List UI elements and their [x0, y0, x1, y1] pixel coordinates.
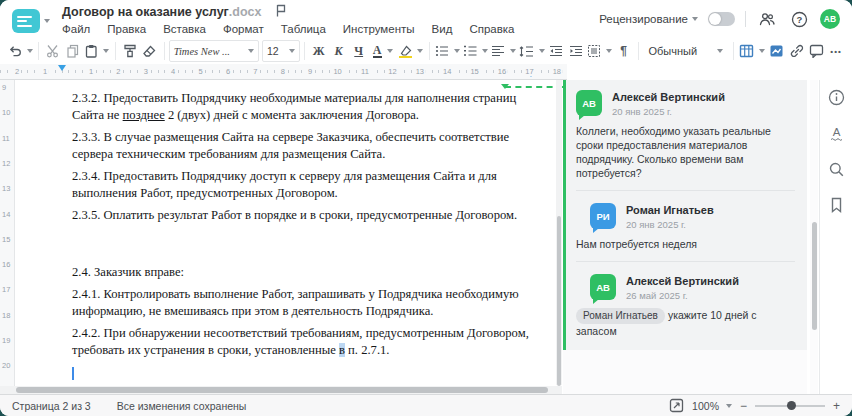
font-color-button[interactable]: А: [369, 40, 397, 62]
comment-avatar: АВ: [590, 274, 616, 300]
comment-reply-2[interactable]: АВ Алексей Вертинский 26 май 2025 г.: [576, 274, 795, 301]
font-name-select[interactable]: Times New ...: [169, 40, 259, 62]
collaboration-icon[interactable]: [756, 8, 778, 30]
paragraph-2-3-3[interactable]: 2.3.3. В случае размещения Сайта на серв…: [72, 129, 534, 163]
insert-link-button[interactable]: [786, 40, 806, 62]
comment-avatar: АВ: [576, 90, 602, 116]
show-paragraph-marks-button[interactable]: ¶: [614, 40, 634, 62]
paragraph-2-4[interactable]: 2.4. Заказчик вправе:: [72, 264, 534, 281]
ruler-label: 16: [2, 260, 10, 269]
more-tools-button[interactable]: •••: [826, 40, 846, 62]
chevron-down-icon: [27, 49, 33, 53]
comment-author: Роман Игнатьев: [626, 204, 714, 217]
review-toggle[interactable]: [708, 12, 735, 26]
menu-help[interactable]: Справка: [469, 23, 514, 35]
menu-edit[interactable]: Правка: [107, 23, 146, 35]
paragraph-2-4-2[interactable]: 2.4.2. При обнаружении несоответствий тр…: [72, 325, 534, 359]
chevron-down-icon: [482, 49, 488, 53]
page-indicator[interactable]: Страница 2 из 3: [12, 400, 91, 412]
user-avatar[interactable]: АВ: [820, 9, 840, 29]
help-icon[interactable]: ?: [788, 8, 810, 30]
menu-tools[interactable]: Инструменты: [343, 23, 415, 35]
paragraph-style-select[interactable]: Обычный: [642, 41, 729, 61]
paragraph-2-3-4[interactable]: 2.3.4. Предоставить Подрядчику доступ к …: [72, 168, 534, 202]
comment-1[interactable]: АВ Алексей Вертинский 20 янв 2025 г.: [576, 90, 795, 117]
bookmark-icon[interactable]: [825, 194, 847, 216]
menu-format[interactable]: Формат: [223, 23, 264, 35]
highlight-color-button[interactable]: [397, 40, 425, 62]
italic-button[interactable]: К: [329, 40, 349, 62]
numbered-list-button[interactable]: [462, 40, 490, 62]
spellcheck-icon[interactable]: A: [825, 122, 847, 144]
copy-button[interactable]: [63, 40, 83, 62]
font-size-select[interactable]: 12: [262, 40, 300, 62]
menu-insert[interactable]: Вставка: [163, 23, 206, 35]
zoom-out-button[interactable]: −: [740, 401, 747, 411]
menu-view[interactable]: Вид: [432, 23, 453, 35]
right-sidebar: A: [819, 80, 852, 394]
review-mode-dropdown[interactable]: Рецензирование: [599, 13, 698, 25]
ruler-label: 18: [2, 311, 10, 320]
info-icon[interactable]: [825, 86, 847, 108]
ruler-horizontal[interactable]: 21123456789101112131415161718: [0, 64, 567, 80]
paragraph-2-3-5[interactable]: 2.3.5. Оплатить результат Работ в порядк…: [72, 207, 534, 224]
increase-indent-button[interactable]: [566, 40, 586, 62]
svg-text:A: A: [832, 126, 840, 138]
menu-table[interactable]: Таблица: [281, 23, 326, 35]
comment-button[interactable]: [806, 40, 826, 62]
search-icon[interactable]: [825, 158, 847, 180]
paragraph-borders-button[interactable]: [586, 40, 614, 62]
comment-thread[interactable]: АВ Алексей Вертинский 20 янв 2025 г. Кол…: [563, 80, 807, 350]
zoom-select[interactable]: 100%: [692, 400, 732, 412]
ruler-label: 1: [87, 67, 95, 76]
paragraph-2-4-1[interactable]: 2.4.1. Контролировать выполнение Работ, …: [72, 286, 534, 320]
menu-file[interactable]: Файл: [62, 23, 90, 35]
comments-panel: АВ Алексей Вертинский 20 янв 2025 г. Кол…: [563, 80, 807, 394]
insert-table-button[interactable]: [738, 40, 766, 62]
mention-chip[interactable]: Роман Игнатьев: [576, 308, 665, 324]
font-color-glyph: А: [373, 45, 382, 58]
zoom-in-button[interactable]: +: [833, 401, 840, 411]
paragraph-2-3-2[interactable]: 2.3.2. Предоставить Подрядчику необходим…: [72, 90, 534, 124]
chevron-down-icon: [510, 49, 516, 53]
ruler-vertical[interactable]: 91011121314151617181920: [0, 80, 15, 394]
chevron-down-icon: [454, 49, 460, 53]
paste-button[interactable]: [83, 40, 111, 62]
ruler-label: 17: [523, 67, 535, 76]
document-vertical-scrollbar[interactable]: [556, 80, 562, 385]
cut-button[interactable]: [43, 40, 63, 62]
align-button[interactable]: [490, 40, 518, 62]
underline-button[interactable]: Ч: [349, 40, 369, 62]
clear-style-button[interactable]: [140, 40, 160, 62]
comments-scrollbar[interactable]: [810, 80, 818, 394]
decrease-indent-button[interactable]: [546, 40, 566, 62]
logo-caret-icon[interactable]: [44, 19, 50, 23]
ruler-label: 6: [224, 67, 232, 76]
menubar: Файл Правка Вставка Формат Таблица Инстр…: [62, 23, 515, 35]
ruler-label: 20: [2, 361, 10, 370]
cursor-line[interactable]: [72, 364, 534, 381]
mark-flag-icon[interactable]: [275, 4, 287, 20]
insert-image-button[interactable]: [766, 40, 786, 62]
format-painter-button[interactable]: [120, 40, 140, 62]
chevron-down-icon: [539, 49, 545, 53]
indent-marker-left[interactable]: [58, 65, 66, 71]
bullet-list-button[interactable]: [434, 40, 462, 62]
comment-date: 20 янв 2025 г.: [612, 106, 725, 117]
document-content[interactable]: 2.3.2. Предоставить Подрядчику необходим…: [15, 80, 560, 381]
undo-button[interactable]: [6, 40, 34, 62]
ruler-label: 5: [197, 67, 205, 76]
document-horizontal-scrollbar[interactable]: [0, 386, 562, 394]
ruler-label: 2: [13, 67, 21, 76]
comment-reply-1[interactable]: РИ Роман Игнатьев 20 янв 2025 г.: [576, 203, 795, 230]
zoom-slider-knob[interactable]: [787, 401, 796, 410]
zoom-slider[interactable]: [755, 405, 825, 407]
document-extension: .docx: [229, 5, 262, 19]
document-page[interactable]: 2.3.2. Предоставить Подрядчику необходим…: [15, 80, 560, 385]
app-logo[interactable]: [12, 9, 40, 33]
header: Договор на оказание услуг .docx Файл Пра…: [0, 0, 852, 38]
line-spacing-button[interactable]: [518, 40, 546, 62]
fit-to-width-icon[interactable]: [668, 398, 684, 414]
bold-button[interactable]: Ж: [309, 40, 329, 62]
commented-text[interactable]: позднее: [123, 108, 165, 122]
